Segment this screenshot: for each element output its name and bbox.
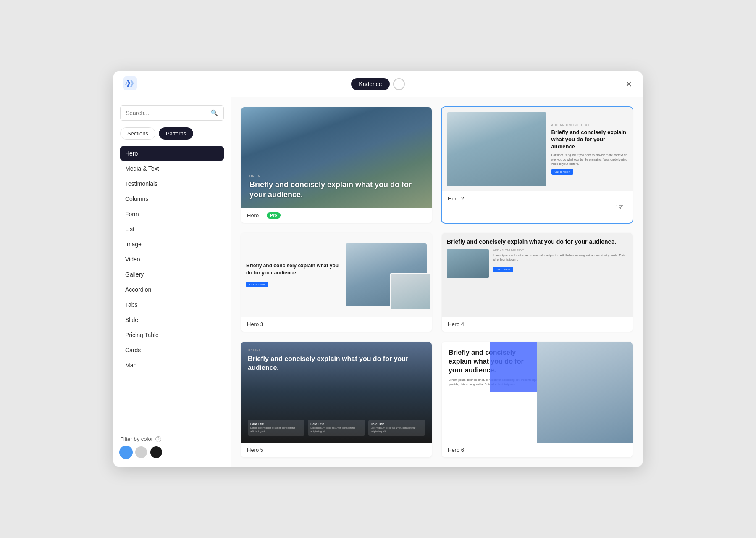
app-window: Kadence + ✕ 🔍 Sections Patterns Hero Med… (113, 71, 643, 467)
hero2-preview: ADD AN ONLINE TEXT Briefly and concisely… (442, 107, 633, 191)
tabs-row: Sections Patterns (120, 127, 224, 140)
hero5-label: Hero 5 (247, 447, 263, 453)
hero5-small: ONLINE (248, 348, 425, 351)
close-button[interactable]: ✕ (625, 80, 633, 88)
hero3-text-content: Briefly and concisely explain what you d… (246, 262, 341, 288)
hero3-label: Hero 3 (247, 321, 263, 327)
header: Kadence + ✕ (113, 71, 643, 97)
sidebar-item-cards[interactable]: Cards (120, 343, 224, 357)
sidebar-item-form[interactable]: Form (120, 207, 224, 221)
hero5-title: Briefly and concisely explain what you d… (248, 355, 425, 372)
hero4-title: Briefly and concisely explain what you d… (447, 238, 627, 245)
hero2-image (447, 112, 546, 186)
card-hero3[interactable]: Briefly and concisely explain what you d… (241, 233, 432, 332)
logo (123, 76, 137, 92)
hero2-footer: Hero 2 (442, 191, 633, 206)
hero6-footer: Hero 6 (442, 443, 633, 457)
hero2-background: ADD AN ONLINE TEXT Briefly and concisely… (442, 107, 633, 191)
card-hero6[interactable]: Briefly and concisely explain what you d… (442, 342, 633, 457)
hero3-btn: Call To Action (246, 282, 268, 287)
hero5-footer: Hero 5 (241, 443, 432, 457)
sidebar-item-video[interactable]: Video (120, 252, 224, 266)
hero1-small-text: ONLINE (249, 174, 423, 177)
search-input[interactable] (126, 110, 210, 116)
hero2-btn: Call To Action (551, 169, 573, 175)
hero5-card1: Card Title Lorem ipsum dolor sit amet, c… (248, 420, 304, 436)
hero5-card3-text: Lorem ipsum dolor sit amet, consectetur … (371, 427, 423, 433)
hero1-background: ONLINE Briefly and concisely explain wha… (241, 107, 432, 208)
hero3-background: Briefly and concisely explain what you d… (241, 233, 432, 317)
main-layout: 🔍 Sections Patterns Hero Media & Text Te… (113, 97, 643, 467)
card-hero2[interactable]: ADD AN ONLINE TEXT Briefly and concisely… (442, 107, 633, 223)
hero5-card1-text: Lorem ipsum dolor sit amet, consectetur … (250, 427, 302, 433)
sidebar-item-list[interactable]: List (120, 222, 224, 236)
hero3-image (346, 243, 427, 306)
hero5-card3-title: Card Title (371, 422, 423, 425)
hero2-label: Hero 2 (448, 195, 464, 202)
hero4-footer: Hero 4 (442, 317, 633, 332)
color-swatch-gray[interactable] (135, 446, 147, 458)
add-button[interactable]: + (393, 78, 405, 90)
sidebar-item-gallery[interactable]: Gallery (120, 267, 224, 282)
hero6-image (537, 342, 633, 443)
sidebar-item-image[interactable]: Image (120, 237, 224, 251)
hero5-card2-title: Card Title (310, 422, 362, 425)
hero2-text-content: ADD AN ONLINE TEXT Briefly and concisely… (551, 112, 628, 186)
sidebar-item-pricing-table[interactable]: Pricing Table (120, 328, 224, 342)
hero4-background: Briefly and concisely explain what you d… (442, 233, 633, 317)
hero3-title: Briefly and concisely explain what you d… (246, 262, 341, 277)
hero2-title: Briefly and concisely explain what you d… (551, 129, 628, 150)
hero5-background: ONLINE Briefly and concisely explain wha… (241, 342, 432, 443)
hero1-preview: ONLINE Briefly and concisely explain wha… (241, 107, 432, 208)
search-wrapper[interactable]: 🔍 (120, 105, 224, 121)
sidebar-item-slider[interactable]: Slider (120, 313, 224, 327)
color-swatch-dark[interactable] (150, 446, 162, 458)
hero5-card1-title: Card Title (250, 422, 302, 425)
color-filter-options (120, 446, 224, 458)
search-icon: 🔍 (210, 109, 218, 117)
hero2-desc: Consider using this if you need to provi… (551, 153, 628, 166)
sidebar-item-tabs[interactable]: Tabs (120, 298, 224, 312)
app-title: Kadence (351, 78, 389, 90)
hero3-footer: Hero 3 (241, 317, 432, 332)
hero4-btn: Call to follow (493, 267, 513, 272)
card-hero1[interactable]: ONLINE Briefly and concisely explain wha… (241, 107, 432, 223)
hero3-preview: Briefly and concisely explain what you d… (241, 233, 432, 317)
sidebar: 🔍 Sections Patterns Hero Media & Text Te… (113, 97, 231, 467)
hero4-label: Hero 4 (448, 321, 464, 327)
hero4-preview: Briefly and concisely explain what you d… (442, 233, 633, 317)
sidebar-item-hero[interactable]: Hero (120, 146, 224, 161)
filter-label: Filter by color ? (120, 436, 224, 442)
hero5-preview: ONLINE Briefly and concisely explain wha… (241, 342, 432, 443)
color-swatch-blue[interactable] (120, 446, 132, 458)
hero4-subtitle: ADD AN ONLINE TEXT (493, 249, 627, 252)
content-area: ONLINE Briefly and concisely explain wha… (231, 97, 643, 467)
pro-badge: Pro (267, 212, 281, 219)
cards-grid: ONLINE Briefly and concisely explain wha… (241, 107, 633, 457)
hero4-image (447, 249, 489, 278)
sidebar-item-testimonials[interactable]: Testimonials (120, 177, 224, 191)
sidebar-item-columns[interactable]: Columns (120, 192, 224, 206)
hero5-card2: Card Title Lorem ipsum dolor sit amet, c… (308, 420, 365, 436)
tab-patterns[interactable]: Patterns (159, 127, 193, 140)
sidebar-item-accordion[interactable]: Accordion (120, 282, 224, 297)
header-center: Kadence + (351, 78, 404, 90)
card-hero5[interactable]: ONLINE Briefly and concisely explain wha… (241, 342, 432, 457)
sidebar-footer: Filter by color ? (120, 429, 224, 458)
hero4-info: ADD AN ONLINE TEXT Lorem ipsum dolor sit… (493, 249, 627, 272)
hero5-card2-text: Lorem ipsum dolor sit amet, consectetur … (310, 427, 362, 433)
hero1-label: Hero 1 (247, 212, 263, 219)
hero4-bottom: ADD AN ONLINE TEXT Lorem ipsum dolor sit… (447, 249, 627, 278)
sidebar-item-media-text[interactable]: Media & Text (120, 161, 224, 176)
hero1-footer: Hero 1 Pro (241, 208, 432, 223)
hero4-desc: Lorem ipsum dolor sit amet, consectetur … (493, 253, 627, 262)
sidebar-item-map[interactable]: Map (120, 358, 224, 372)
card-hero4[interactable]: Briefly and concisely explain what you d… (442, 233, 633, 332)
filter-info-icon[interactable]: ? (155, 436, 161, 442)
hero6-preview: Briefly and concisely explain what you d… (442, 342, 633, 443)
hero2-subtitle: ADD AN ONLINE TEXT (551, 124, 628, 127)
hero6-background: Briefly and concisely explain what you d… (442, 342, 633, 443)
tab-sections[interactable]: Sections (120, 127, 155, 140)
hero1-title: Briefly and concisely explain what you d… (249, 180, 423, 200)
hero5-cards-strip: Card Title Lorem ipsum dolor sit amet, c… (248, 420, 425, 436)
